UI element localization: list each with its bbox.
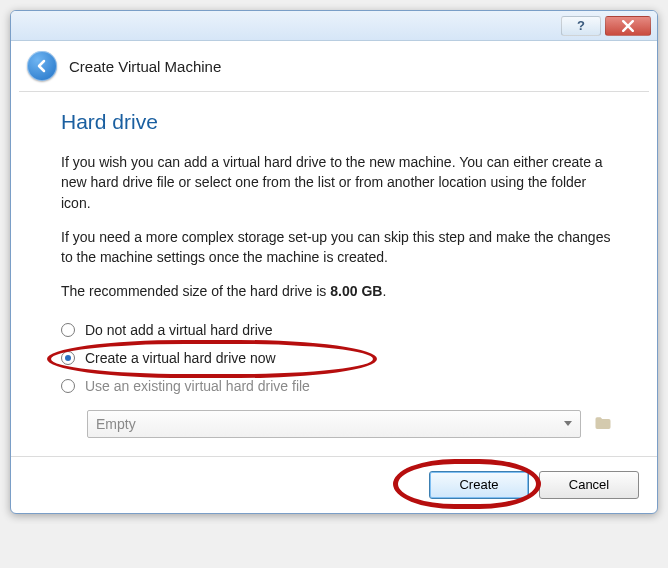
cancel-label: Cancel: [569, 477, 609, 492]
create-button[interactable]: Create: [429, 471, 529, 499]
help-icon: ?: [577, 18, 585, 33]
radio-icon: [61, 379, 75, 393]
page-title: Hard drive: [61, 110, 617, 134]
radio-label-none: Do not add a virtual hard drive: [85, 322, 273, 338]
cancel-button[interactable]: Cancel: [539, 471, 639, 499]
folder-icon: [593, 414, 613, 434]
help-button[interactable]: ?: [561, 16, 601, 36]
radio-option-none[interactable]: Do not add a virtual hard drive: [61, 316, 617, 344]
wizard-title: Create Virtual Machine: [69, 58, 221, 75]
rec-prefix: The recommended size of the hard drive i…: [61, 283, 330, 299]
options-group: Do not add a virtual hard drive Create a…: [61, 316, 617, 438]
radio-label-existing: Use an existing virtual hard drive file: [85, 378, 310, 394]
browse-folder-button[interactable]: [589, 411, 617, 437]
titlebar-buttons: ?: [561, 16, 651, 36]
radio-option-create[interactable]: Create a virtual hard drive now: [61, 344, 617, 372]
rec-value: 8.00 GB: [330, 283, 382, 299]
select-value: Empty: [96, 416, 136, 432]
footer: Create Cancel: [11, 456, 657, 513]
description-1: If you wish you can add a virtual hard d…: [61, 152, 617, 213]
rec-suffix: .: [382, 283, 386, 299]
description-2: If you need a more complex storage set-u…: [61, 227, 617, 268]
arrow-left-icon: [34, 58, 50, 74]
titlebar: ?: [11, 11, 657, 41]
radio-label-create: Create a virtual hard drive now: [85, 350, 276, 366]
back-button[interactable]: [27, 51, 57, 81]
radio-icon: [61, 351, 75, 365]
chevron-down-icon: [564, 421, 572, 426]
radio-icon: [61, 323, 75, 337]
close-icon: [622, 20, 634, 32]
existing-drive-row: Empty: [87, 410, 617, 438]
header-row: Create Virtual Machine: [11, 41, 657, 87]
existing-drive-select[interactable]: Empty: [87, 410, 581, 438]
dialog-window: ? Create Virtual Machine Hard drive If y…: [10, 10, 658, 514]
recommendation-text: The recommended size of the hard drive i…: [61, 281, 617, 301]
radio-option-existing[interactable]: Use an existing virtual hard drive file: [61, 372, 617, 400]
close-button[interactable]: [605, 16, 651, 36]
content-area: Hard drive If you wish you can add a vir…: [11, 92, 657, 456]
create-label: Create: [459, 477, 498, 492]
